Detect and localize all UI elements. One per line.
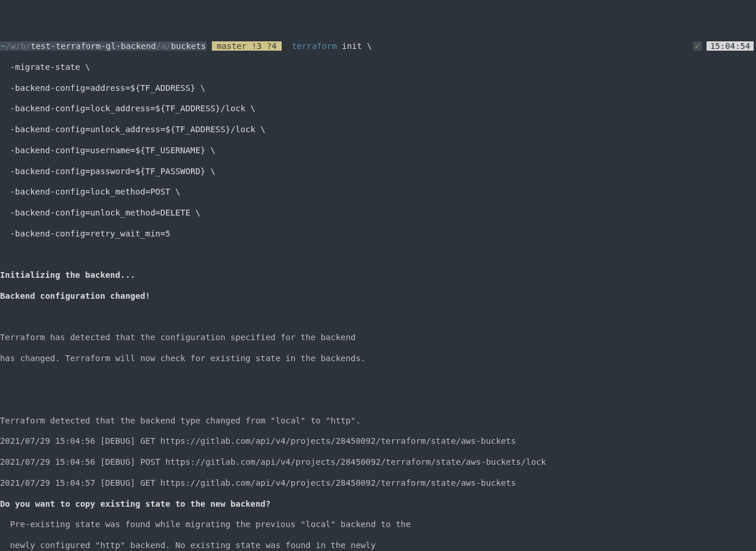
command-args: init \ xyxy=(337,41,372,51)
command-flag: -migrate-state \ xyxy=(0,62,756,73)
output-line: Terraform has detected that the configur… xyxy=(0,333,756,343)
command-flag: -backend-config=retry_wait_min=5 xyxy=(0,229,756,239)
clock: 15:04:54 xyxy=(707,41,754,51)
debug-line: 2021/07/29 15:04:57 [DEBUG] GET https://… xyxy=(0,478,756,489)
path-segment: a xyxy=(161,41,166,51)
section-heading: Initializing the backend... xyxy=(0,270,756,281)
command-name: terraform xyxy=(292,41,336,51)
command-flag: -backend-config=unlock_address=${TF_ADDR… xyxy=(0,125,756,135)
path-segment: w xyxy=(10,41,16,51)
output-line: Pre-existing state was found while migra… xyxy=(0,520,756,530)
blank-line xyxy=(0,312,756,322)
section-heading: Backend configuration changed! xyxy=(0,291,756,302)
terminal-status-bar: ~/w/b/test-terraform-gl-backend/a/bucket… xyxy=(0,41,756,52)
prompt-left: ~/w/b/test-terraform-gl-backend/a/bucket… xyxy=(0,41,372,52)
path-segment: buckets xyxy=(171,41,206,51)
output-line: Terraform detected that the backend type… xyxy=(0,416,756,426)
prompt-question: Do you want to copy existing state to th… xyxy=(0,499,756,510)
command-flag: -backend-config=password=${TF_PASSWORD} … xyxy=(0,167,756,177)
debug-line: 2021/07/29 15:04:56 [DEBUG] POST https:/… xyxy=(0,457,756,468)
status-ok-icon: ✓ xyxy=(693,41,702,51)
command-flag: -backend-config=lock_method=POST \ xyxy=(0,187,756,197)
command-flag: -backend-config=address=${TF_ADDRESS} \ xyxy=(0,83,756,94)
prompt-right: ✓ 15:04:54 xyxy=(693,41,756,52)
command-flag: -backend-config=unlock_method=DELETE \ xyxy=(0,208,756,218)
debug-line: 2021/07/29 15:04:56 [DEBUG] GET https://… xyxy=(0,436,756,447)
path-segment: b xyxy=(20,41,26,51)
blank-line xyxy=(0,395,756,405)
git-branch-indicator: master !3 ?4 xyxy=(212,41,282,51)
output-line: has changed. Terraform will now check fo… xyxy=(0,354,756,364)
path-segment: test-terraform-gl-backend xyxy=(31,41,156,51)
command-flag: -backend-config=username=${TF_USERNAME} … xyxy=(0,146,756,156)
blank-line xyxy=(0,249,756,260)
command-flag: -backend-config=lock_address=${TF_ADDRES… xyxy=(0,104,756,114)
output-line: newly configured "http" backend. No exis… xyxy=(0,541,756,551)
blank-line xyxy=(0,374,756,384)
prompt-tilde: ~ xyxy=(1,41,6,51)
